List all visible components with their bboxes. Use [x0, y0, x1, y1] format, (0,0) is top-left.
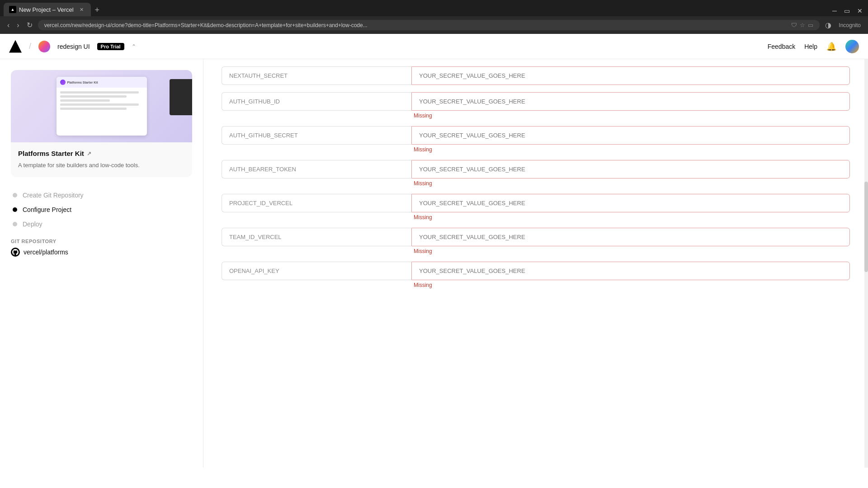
- project-avatar: [38, 41, 50, 52]
- tablet-icon[interactable]: ▭: [808, 22, 813, 28]
- step-label-deploy: Deploy: [23, 221, 42, 228]
- maximize-button[interactable]: ▭: [842, 5, 852, 16]
- step-dot-configure: [13, 207, 17, 212]
- back-button[interactable]: ‹: [5, 19, 11, 31]
- env-key-field[interactable]: [222, 262, 411, 280]
- env-value-field[interactable]: [411, 228, 850, 246]
- env-row: [222, 194, 850, 212]
- missing-label: Missing: [414, 214, 850, 221]
- template-info: Platforms Starter Kit ↗ A template for s…: [11, 142, 192, 177]
- incognito-icon: ◑: [823, 19, 833, 31]
- env-row: [222, 126, 850, 145]
- close-button[interactable]: ✕: [855, 5, 864, 16]
- external-link-icon[interactable]: ↗: [87, 150, 91, 157]
- project-switcher-chevron[interactable]: ⌃: [132, 43, 136, 50]
- avatar[interactable]: [845, 40, 859, 53]
- address-bar[interactable]: vercel.com/new/redesign-ui/clone?demo-ti…: [38, 20, 820, 30]
- tab-title: New Project – Vercel: [19, 6, 74, 13]
- env-value-field[interactable]: [411, 160, 850, 178]
- env-var-group: Missing: [222, 194, 850, 221]
- minimize-button[interactable]: ─: [830, 5, 839, 16]
- steps-list: Create Git Repository Configure Project …: [11, 188, 192, 239]
- missing-label: Missing: [414, 146, 850, 153]
- address-text: vercel.com/new/redesign-ui/clone?demo-ti…: [44, 22, 368, 28]
- env-key-field[interactable]: [222, 126, 411, 145]
- new-tab-button[interactable]: +: [91, 4, 104, 16]
- preview-logo: [60, 80, 66, 85]
- browser-tab[interactable]: ▲ New Project – Vercel ✕: [4, 3, 91, 16]
- header-divider: /: [29, 42, 31, 51]
- header-right: Feedback Help 🔔: [768, 40, 859, 53]
- env-value-field[interactable]: [411, 126, 850, 145]
- pro-trial-badge[interactable]: Pro Trial: [97, 43, 124, 50]
- preview-title-text: Platforms Starter Kit: [67, 81, 98, 84]
- env-value-field[interactable]: [411, 194, 850, 212]
- preview-line-5: [60, 108, 127, 110]
- preview-line-3: [60, 99, 110, 102]
- missing-label: Missing: [414, 282, 850, 288]
- toolbar-icons: ◑ Incognito: [823, 19, 863, 31]
- preview-dark-box: [170, 79, 192, 115]
- step-dot-create-git: [13, 193, 17, 197]
- step-label-create-git: Create Git Repository: [23, 192, 84, 199]
- missing-label: Missing: [414, 113, 850, 119]
- env-row: [222, 66, 850, 85]
- address-bar-row: ‹ › ↻ vercel.com/new/redesign-ui/clone?d…: [0, 16, 868, 34]
- preview-lines: [57, 88, 147, 115]
- shield-icon: 🛡: [791, 22, 797, 28]
- notifications-bell-icon[interactable]: 🔔: [826, 42, 836, 52]
- preview-header: Platforms Starter Kit: [57, 77, 147, 88]
- env-var-group: Missing: [222, 262, 850, 288]
- preview-line-4: [60, 103, 139, 106]
- address-bar-icons: 🛡 ☆ ▭: [791, 22, 813, 28]
- env-var-group: [222, 66, 850, 85]
- incognito-label: Incognito: [837, 20, 863, 30]
- env-key-field[interactable]: [222, 160, 411, 178]
- step-create-git: Create Git Repository: [13, 188, 192, 202]
- template-title-text: Platforms Starter Kit: [18, 150, 84, 157]
- env-key-field[interactable]: [222, 228, 411, 246]
- missing-label: Missing: [414, 180, 850, 187]
- vercel-logo[interactable]: [9, 40, 22, 53]
- help-button[interactable]: Help: [804, 43, 817, 50]
- step-dot-deploy: [13, 222, 17, 226]
- env-row: [222, 228, 850, 246]
- env-var-group: Missing: [222, 92, 850, 119]
- step-label-configure: Configure Project: [23, 206, 71, 213]
- github-icon: [11, 248, 20, 257]
- template-desc: A template for site builders and low-cod…: [18, 161, 185, 170]
- feedback-button[interactable]: Feedback: [768, 43, 795, 50]
- star-icon[interactable]: ☆: [800, 22, 805, 28]
- missing-label: Missing: [414, 248, 850, 254]
- env-key-field[interactable]: [222, 194, 411, 212]
- forward-button[interactable]: ›: [15, 19, 21, 31]
- env-value-field[interactable]: [411, 262, 850, 280]
- env-var-group: Missing: [222, 228, 850, 254]
- tab-favicon: ▲: [9, 6, 16, 13]
- env-var-group: Missing: [222, 126, 850, 153]
- git-repo-name: vercel/platforms: [24, 249, 68, 256]
- preview-line-1: [60, 91, 139, 94]
- tab-close-button[interactable]: ✕: [78, 6, 85, 13]
- reload-button[interactable]: ↻: [25, 19, 34, 31]
- step-deploy: Deploy: [13, 217, 192, 231]
- main-layout: Platforms Starter Kit Platforms Starter …: [0, 59, 868, 468]
- window-controls: ─ ▭ ✕: [830, 5, 864, 16]
- env-key-field[interactable]: [222, 92, 411, 111]
- env-row: [222, 262, 850, 280]
- scrollbar-track[interactable]: [864, 59, 868, 468]
- env-value-field[interactable]: [411, 92, 850, 111]
- env-key-field[interactable]: [222, 66, 411, 85]
- preview-line-2: [60, 95, 127, 98]
- content-area: MissingMissingMissingMissingMissingMissi…: [203, 59, 868, 468]
- template-preview-inner: Platforms Starter Kit: [57, 77, 147, 136]
- project-name: redesign UI: [57, 43, 90, 50]
- git-repo-item: vercel/platforms: [11, 248, 192, 257]
- vercel-header: / redesign UI Pro Trial ⌃ Feedback Help …: [0, 34, 868, 59]
- template-title: Platforms Starter Kit ↗: [18, 150, 185, 157]
- step-configure-project: Configure Project: [13, 202, 192, 217]
- template-card: Platforms Starter Kit Platforms Starter …: [11, 70, 192, 177]
- env-value-field[interactable]: [411, 66, 850, 85]
- scrollbar-thumb[interactable]: [864, 182, 868, 272]
- browser-tab-bar: ▲ New Project – Vercel ✕ + ─ ▭ ✕: [0, 0, 868, 16]
